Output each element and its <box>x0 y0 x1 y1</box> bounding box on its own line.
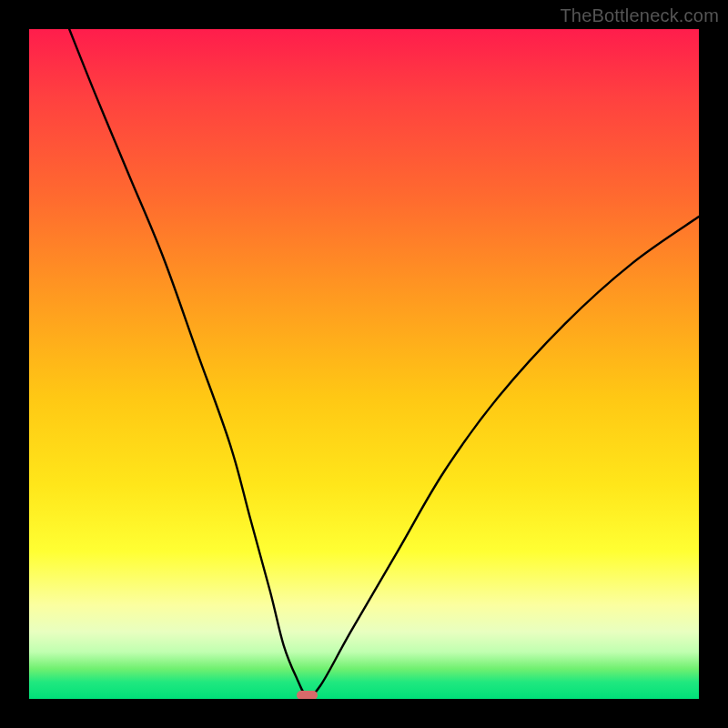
optimal-point-marker <box>297 691 318 699</box>
watermark-text: TheBottleneck.com <box>560 5 719 26</box>
plot-area <box>29 29 699 699</box>
bottleneck-gradient-background <box>29 29 699 699</box>
chart-frame: TheBottleneck.com <box>0 0 728 728</box>
